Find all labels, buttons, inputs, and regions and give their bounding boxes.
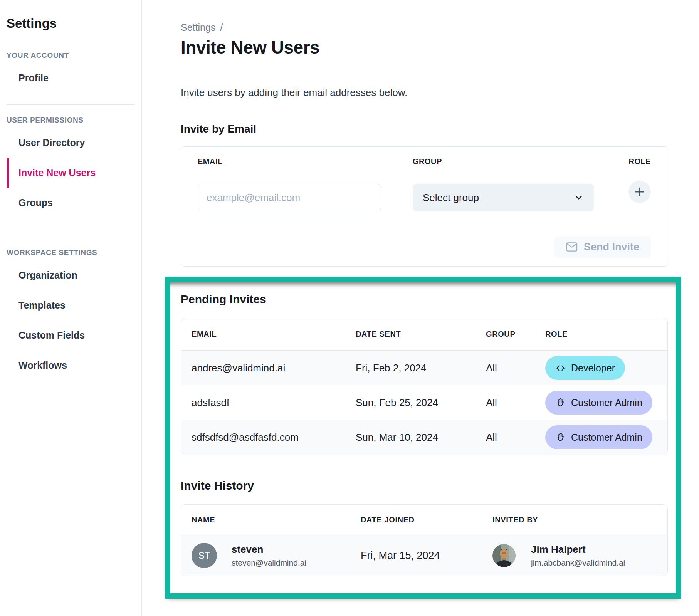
- breadcrumb-separator: /: [220, 22, 223, 33]
- invite-group: All: [486, 431, 545, 443]
- table-header-row: NAME DATE JOINED INVITED BY: [181, 505, 667, 535]
- column-header-email: EMAIL: [192, 330, 356, 339]
- pending-invites-heading: Pending Invites: [181, 292, 668, 306]
- member-name: steven: [232, 543, 306, 556]
- sidebar-item-invite-new-users[interactable]: Invite New Users: [7, 158, 141, 188]
- invite-date-sent: Sun, Feb 25, 2024: [356, 397, 486, 409]
- sidebar-section-workspace-settings: WORKSPACE SETTINGS: [7, 248, 141, 257]
- invite-email: adsfasdf: [192, 397, 356, 409]
- column-header-name: NAME: [192, 515, 361, 524]
- sidebar-divider: [7, 237, 134, 237]
- hand-icon: [555, 432, 566, 443]
- invite-by-email-card: EMAIL GROUP Select group ROLE: [181, 146, 668, 267]
- inviter-email: jim.abcbank@validmind.ai: [531, 558, 625, 568]
- table-row: sdfsdfsd@asdfasfd.com Sun, Mar 10, 2024 …: [181, 420, 667, 455]
- sidebar-divider: [7, 104, 134, 105]
- sidebar-item-custom-fields[interactable]: Custom Fields: [7, 320, 141, 350]
- sidebar-item-templates[interactable]: Templates: [7, 290, 141, 320]
- add-role-button[interactable]: [628, 181, 651, 203]
- table-row: andres@validmind.ai Fri, Feb 2, 2024 All…: [181, 351, 667, 385]
- invite-group: All: [486, 397, 545, 409]
- inviter-name: Jim Halpert: [531, 543, 625, 556]
- main-content: Settings/ Invite New Users Invite users …: [142, 0, 699, 616]
- invite-history-heading: Invite History: [181, 479, 668, 493]
- chevron-down-icon: [574, 193, 584, 203]
- sidebar-item-workflows[interactable]: Workflows: [7, 350, 141, 380]
- sidebar-item-user-directory[interactable]: User Directory: [7, 128, 141, 158]
- page-title: Invite New Users: [181, 37, 668, 58]
- member-email: steven@validmind.ai: [232, 558, 306, 568]
- sidebar-item-organization[interactable]: Organization: [7, 260, 141, 290]
- breadcrumb-settings-link[interactable]: Settings: [181, 22, 215, 33]
- send-invite-button[interactable]: Send Invite: [554, 236, 651, 258]
- sidebar-section-user-permissions: USER PERMISSIONS: [7, 116, 141, 124]
- hand-icon: [555, 398, 566, 408]
- page-description: Invite users by adding their email addre…: [181, 86, 668, 99]
- email-label: EMAIL: [198, 157, 381, 166]
- avatar: [492, 544, 516, 567]
- date-joined: Fri, Mar 15, 2024: [361, 550, 492, 562]
- role-label: ROLE: [628, 157, 651, 166]
- invite-by-email-heading: Invite by Email: [181, 123, 668, 136]
- table-row: adsfasdf Sun, Feb 25, 2024 All Customer …: [181, 385, 667, 420]
- avatar: ST: [192, 543, 217, 568]
- plus-icon: [634, 186, 645, 198]
- role-badge: Developer: [545, 356, 625, 380]
- sidebar: Settings YOUR ACCOUNT Profile USER PERMI…: [0, 0, 142, 616]
- sidebar-section-your-account: YOUR ACCOUNT: [7, 51, 141, 60]
- invite-date-sent: Fri, Feb 2, 2024: [356, 362, 486, 374]
- highlight-annotation-box: Pending Invites EMAIL DATE SENT GROUP RO…: [165, 277, 681, 599]
- invite-date-sent: Sun, Mar 10, 2024: [356, 431, 486, 443]
- settings-page: Settings YOUR ACCOUNT Profile USER PERMI…: [0, 0, 699, 616]
- email-input[interactable]: [198, 184, 381, 211]
- invite-group: All: [486, 362, 545, 374]
- sidebar-title: Settings: [7, 15, 141, 32]
- code-icon: [555, 363, 566, 373]
- group-label: GROUP: [413, 157, 594, 166]
- sidebar-item-groups[interactable]: Groups: [7, 188, 141, 218]
- pending-invites-table: EMAIL DATE SENT GROUP ROLE andres@validm…: [181, 318, 668, 455]
- invite-email: andres@validmind.ai: [192, 362, 356, 374]
- column-header-date-joined: DATE JOINED: [361, 515, 492, 524]
- group-select-value: Select group: [423, 192, 479, 204]
- role-badge: Customer Admin: [545, 425, 652, 449]
- table-row: ST steven steven@validmind.ai Fri, Mar 1…: [181, 535, 667, 576]
- invite-email: sdfsdfsd@asdfasfd.com: [192, 431, 356, 443]
- breadcrumb: Settings/: [181, 22, 668, 33]
- role-badge: Customer Admin: [545, 391, 652, 415]
- column-header-role: ROLE: [545, 330, 667, 339]
- column-header-group: GROUP: [486, 330, 545, 339]
- mail-icon: [566, 242, 578, 252]
- table-header-row: EMAIL DATE SENT GROUP ROLE: [181, 318, 667, 351]
- sidebar-item-profile[interactable]: Profile: [7, 63, 141, 93]
- column-header-date-sent: DATE SENT: [356, 330, 486, 339]
- column-header-invited-by: INVITED BY: [492, 515, 667, 524]
- group-select[interactable]: Select group: [413, 184, 594, 211]
- invite-history-table: NAME DATE JOINED INVITED BY ST steven st…: [181, 504, 668, 576]
